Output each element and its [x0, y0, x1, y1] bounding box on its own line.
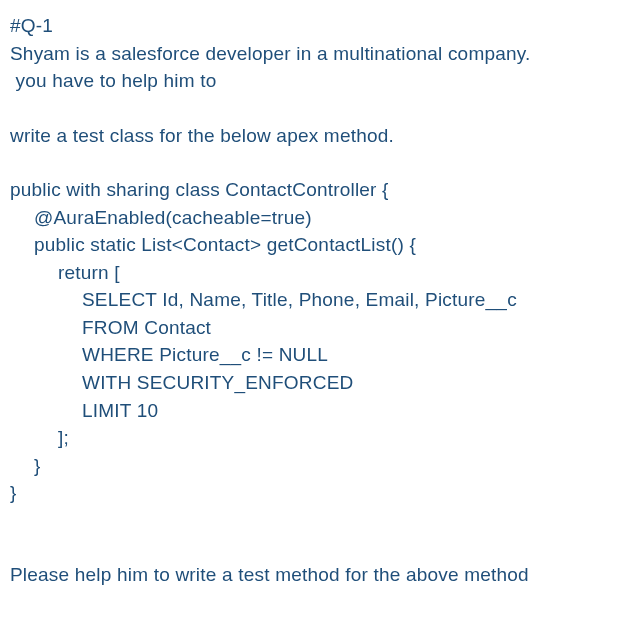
blank-line [10, 507, 616, 534]
intro-text-line1: Shyam is a salesforce developer in a mul… [10, 40, 616, 68]
code-line: FROM Contact [10, 314, 616, 342]
code-line: } [10, 452, 616, 480]
blank-line [10, 534, 616, 561]
task-text: write a test class for the below apex me… [10, 122, 616, 150]
question-header: #Q-1 [10, 12, 616, 40]
blank-line [10, 95, 616, 122]
code-line: public static List<Contact> getContactLi… [10, 231, 616, 259]
code-line: SELECT Id, Name, Title, Phone, Email, Pi… [10, 286, 616, 314]
code-line: return [ [10, 259, 616, 287]
code-line: WITH SECURITY_ENFORCED [10, 369, 616, 397]
blank-line [10, 149, 616, 176]
code-line: ]; [10, 424, 616, 452]
code-line: @AuraEnabled(cacheable=true) [10, 204, 616, 232]
code-line: public with sharing class ContactControl… [10, 176, 616, 204]
code-line: LIMIT 10 [10, 397, 616, 425]
footer-text: Please help him to write a test method f… [10, 561, 616, 589]
code-line: } [10, 479, 616, 507]
intro-text-line2: you have to help him to [10, 67, 616, 95]
code-line: WHERE Picture__c != NULL [10, 341, 616, 369]
